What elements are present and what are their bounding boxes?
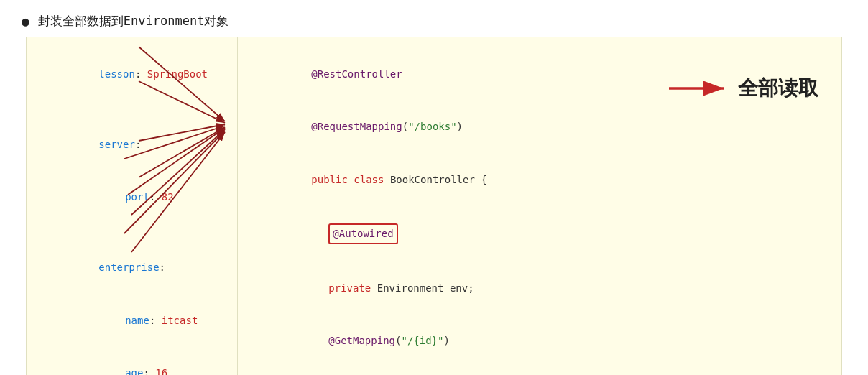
yaml-blank1 bbox=[38, 101, 226, 119]
java-line-6: @GetMapping("/{id}") bbox=[251, 315, 828, 368]
bullet-icon: ● bbox=[22, 14, 29, 29]
java-line-3: public class BookController { bbox=[251, 153, 828, 206]
yaml-lesson: lesson: SpringBoot bbox=[38, 47, 226, 101]
header-title: 封装全部数据到Environment对象 bbox=[38, 13, 229, 29]
header: ● 封装全部数据到Environment对象 bbox=[0, 0, 868, 37]
quanbu-label: 全部读取 bbox=[738, 75, 818, 102]
right-arrow-icon bbox=[669, 75, 734, 101]
yaml-blank2 bbox=[38, 223, 226, 241]
yaml-enterprise: enterprise: bbox=[38, 241, 226, 295]
panels-wrapper: lesson: SpringBoot server: port: 82 ente… bbox=[0, 37, 868, 375]
quanbu-annotation: 全部读取 bbox=[669, 75, 818, 102]
java-line-2: @RequestMapping("/books") bbox=[251, 101, 828, 154]
java-line-4: @Autowired bbox=[251, 206, 828, 262]
yaml-port: port: 82 bbox=[38, 171, 226, 224]
java-line-7: public String getById(@PathVariable Inte… bbox=[251, 367, 828, 375]
page-container: ● 封装全部数据到Environment对象 lesson: SpringBoo… bbox=[0, 0, 868, 375]
yaml-name: name: itcast bbox=[38, 294, 226, 347]
java-line-5: private Environment env; bbox=[251, 261, 828, 315]
panels-row: lesson: SpringBoot server: port: 82 ente… bbox=[13, 37, 855, 375]
autowired-box: @Autowired bbox=[328, 223, 397, 244]
yaml-panel: lesson: SpringBoot server: port: 82 ente… bbox=[26, 37, 238, 375]
yaml-server: server: bbox=[38, 118, 226, 171]
java-panel: @RestController @RequestMapping("/books"… bbox=[238, 37, 842, 375]
yaml-age: age: 16 bbox=[38, 347, 226, 376]
